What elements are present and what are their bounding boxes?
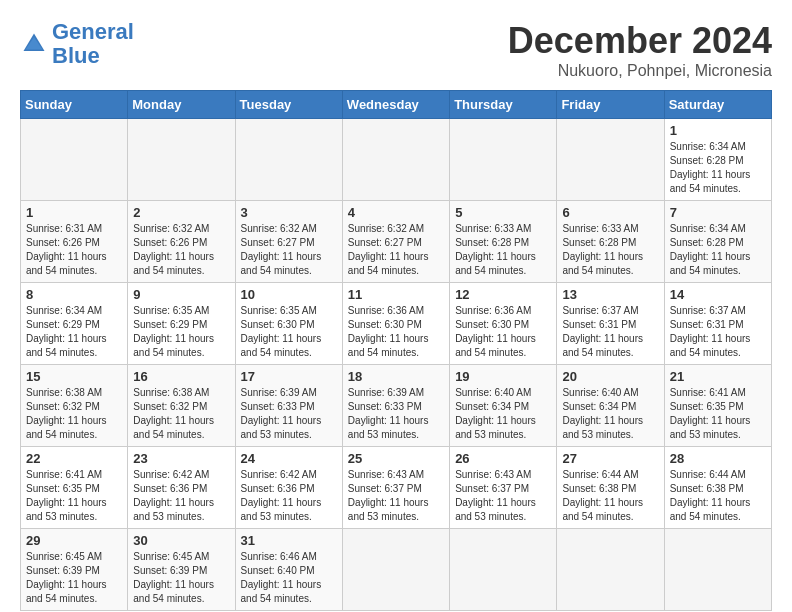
calendar-cell: 12Sunrise: 6:36 AMSunset: 6:30 PMDayligh… (450, 283, 557, 365)
day-number: 16 (133, 369, 229, 384)
day-number: 14 (670, 287, 766, 302)
calendar-cell: 3Sunrise: 6:32 AMSunset: 6:27 PMDaylight… (235, 201, 342, 283)
header-sunday: Sunday (21, 91, 128, 119)
calendar-cell: 2Sunrise: 6:32 AMSunset: 6:26 PMDaylight… (128, 201, 235, 283)
cell-info: Sunrise: 6:45 AMSunset: 6:39 PMDaylight:… (133, 550, 229, 606)
cell-info: Sunrise: 6:33 AMSunset: 6:28 PMDaylight:… (455, 222, 551, 278)
cell-info: Sunrise: 6:40 AMSunset: 6:34 PMDaylight:… (562, 386, 658, 442)
header-row: SundayMondayTuesdayWednesdayThursdayFrid… (21, 91, 772, 119)
calendar-cell: 23Sunrise: 6:42 AMSunset: 6:36 PMDayligh… (128, 447, 235, 529)
day-number: 5 (455, 205, 551, 220)
cell-info: Sunrise: 6:39 AMSunset: 6:33 PMDaylight:… (348, 386, 444, 442)
month-title: December 2024 (508, 20, 772, 62)
cell-info: Sunrise: 6:42 AMSunset: 6:36 PMDaylight:… (241, 468, 337, 524)
cell-info: Sunrise: 6:44 AMSunset: 6:38 PMDaylight:… (670, 468, 766, 524)
calendar-cell (664, 529, 771, 611)
calendar-cell: 13Sunrise: 6:37 AMSunset: 6:31 PMDayligh… (557, 283, 664, 365)
calendar-cell: 17Sunrise: 6:39 AMSunset: 6:33 PMDayligh… (235, 365, 342, 447)
cell-info: Sunrise: 6:35 AMSunset: 6:30 PMDaylight:… (241, 304, 337, 360)
cell-info: Sunrise: 6:43 AMSunset: 6:37 PMDaylight:… (348, 468, 444, 524)
day-number: 10 (241, 287, 337, 302)
week-row-5: 29Sunrise: 6:45 AMSunset: 6:39 PMDayligh… (21, 529, 772, 611)
cell-info: Sunrise: 6:37 AMSunset: 6:31 PMDaylight:… (562, 304, 658, 360)
day-number: 1 (670, 123, 766, 138)
cell-info: Sunrise: 6:31 AMSunset: 6:26 PMDaylight:… (26, 222, 122, 278)
cell-info: Sunrise: 6:46 AMSunset: 6:40 PMDaylight:… (241, 550, 337, 606)
page-header: General Blue December 2024 Nukuoro, Pohn… (20, 20, 772, 80)
calendar-cell (21, 119, 128, 201)
week-row-4: 22Sunrise: 6:41 AMSunset: 6:35 PMDayligh… (21, 447, 772, 529)
calendar-cell (450, 529, 557, 611)
cell-info: Sunrise: 6:33 AMSunset: 6:28 PMDaylight:… (562, 222, 658, 278)
cell-info: Sunrise: 6:36 AMSunset: 6:30 PMDaylight:… (348, 304, 444, 360)
day-number: 11 (348, 287, 444, 302)
calendar-cell: 15Sunrise: 6:38 AMSunset: 6:32 PMDayligh… (21, 365, 128, 447)
week-row-2: 8Sunrise: 6:34 AMSunset: 6:29 PMDaylight… (21, 283, 772, 365)
day-number: 26 (455, 451, 551, 466)
calendar-cell: 11Sunrise: 6:36 AMSunset: 6:30 PMDayligh… (342, 283, 449, 365)
calendar-cell: 4Sunrise: 6:32 AMSunset: 6:27 PMDaylight… (342, 201, 449, 283)
cell-info: Sunrise: 6:41 AMSunset: 6:35 PMDaylight:… (670, 386, 766, 442)
cell-info: Sunrise: 6:35 AMSunset: 6:29 PMDaylight:… (133, 304, 229, 360)
day-number: 22 (26, 451, 122, 466)
day-number: 3 (241, 205, 337, 220)
calendar-cell (557, 529, 664, 611)
calendar-cell: 8Sunrise: 6:34 AMSunset: 6:29 PMDaylight… (21, 283, 128, 365)
calendar-cell: 9Sunrise: 6:35 AMSunset: 6:29 PMDaylight… (128, 283, 235, 365)
week-row-1: 1Sunrise: 6:31 AMSunset: 6:26 PMDaylight… (21, 201, 772, 283)
calendar-table: SundayMondayTuesdayWednesdayThursdayFrid… (20, 90, 772, 611)
day-number: 2 (133, 205, 229, 220)
calendar-cell: 30Sunrise: 6:45 AMSunset: 6:39 PMDayligh… (128, 529, 235, 611)
day-number: 25 (348, 451, 444, 466)
day-number: 23 (133, 451, 229, 466)
cell-info: Sunrise: 6:38 AMSunset: 6:32 PMDaylight:… (133, 386, 229, 442)
header-thursday: Thursday (450, 91, 557, 119)
calendar-cell: 1Sunrise: 6:34 AMSunset: 6:28 PMDaylight… (664, 119, 771, 201)
cell-info: Sunrise: 6:44 AMSunset: 6:38 PMDaylight:… (562, 468, 658, 524)
day-number: 13 (562, 287, 658, 302)
logo-blue: Blue (52, 43, 100, 68)
day-number: 27 (562, 451, 658, 466)
calendar-cell: 25Sunrise: 6:43 AMSunset: 6:37 PMDayligh… (342, 447, 449, 529)
calendar-cell: 18Sunrise: 6:39 AMSunset: 6:33 PMDayligh… (342, 365, 449, 447)
week-row-0: 1Sunrise: 6:34 AMSunset: 6:28 PMDaylight… (21, 119, 772, 201)
cell-info: Sunrise: 6:41 AMSunset: 6:35 PMDaylight:… (26, 468, 122, 524)
cell-info: Sunrise: 6:32 AMSunset: 6:27 PMDaylight:… (241, 222, 337, 278)
day-number: 29 (26, 533, 122, 548)
logo-icon (20, 30, 48, 58)
week-row-3: 15Sunrise: 6:38 AMSunset: 6:32 PMDayligh… (21, 365, 772, 447)
cell-info: Sunrise: 6:34 AMSunset: 6:28 PMDaylight:… (670, 222, 766, 278)
calendar-cell (557, 119, 664, 201)
title-block: December 2024 Nukuoro, Pohnpei, Micrones… (508, 20, 772, 80)
cell-info: Sunrise: 6:38 AMSunset: 6:32 PMDaylight:… (26, 386, 122, 442)
day-number: 6 (562, 205, 658, 220)
calendar-cell (235, 119, 342, 201)
cell-info: Sunrise: 6:34 AMSunset: 6:29 PMDaylight:… (26, 304, 122, 360)
cell-info: Sunrise: 6:45 AMSunset: 6:39 PMDaylight:… (26, 550, 122, 606)
cell-info: Sunrise: 6:32 AMSunset: 6:27 PMDaylight:… (348, 222, 444, 278)
calendar-cell: 19Sunrise: 6:40 AMSunset: 6:34 PMDayligh… (450, 365, 557, 447)
calendar-cell: 27Sunrise: 6:44 AMSunset: 6:38 PMDayligh… (557, 447, 664, 529)
header-tuesday: Tuesday (235, 91, 342, 119)
day-number: 30 (133, 533, 229, 548)
day-number: 9 (133, 287, 229, 302)
calendar-cell: 16Sunrise: 6:38 AMSunset: 6:32 PMDayligh… (128, 365, 235, 447)
logo: General Blue (20, 20, 134, 68)
day-number: 12 (455, 287, 551, 302)
cell-info: Sunrise: 6:36 AMSunset: 6:30 PMDaylight:… (455, 304, 551, 360)
logo-text: General Blue (52, 20, 134, 68)
calendar-cell: 29Sunrise: 6:45 AMSunset: 6:39 PMDayligh… (21, 529, 128, 611)
cell-info: Sunrise: 6:37 AMSunset: 6:31 PMDaylight:… (670, 304, 766, 360)
calendar-cell (450, 119, 557, 201)
cell-info: Sunrise: 6:40 AMSunset: 6:34 PMDaylight:… (455, 386, 551, 442)
calendar-cell (342, 529, 449, 611)
calendar-cell (342, 119, 449, 201)
calendar-cell: 10Sunrise: 6:35 AMSunset: 6:30 PMDayligh… (235, 283, 342, 365)
cell-info: Sunrise: 6:34 AMSunset: 6:28 PMDaylight:… (670, 140, 766, 196)
calendar-cell (128, 119, 235, 201)
calendar-cell: 14Sunrise: 6:37 AMSunset: 6:31 PMDayligh… (664, 283, 771, 365)
calendar-cell: 31Sunrise: 6:46 AMSunset: 6:40 PMDayligh… (235, 529, 342, 611)
day-number: 8 (26, 287, 122, 302)
header-wednesday: Wednesday (342, 91, 449, 119)
location: Nukuoro, Pohnpei, Micronesia (508, 62, 772, 80)
